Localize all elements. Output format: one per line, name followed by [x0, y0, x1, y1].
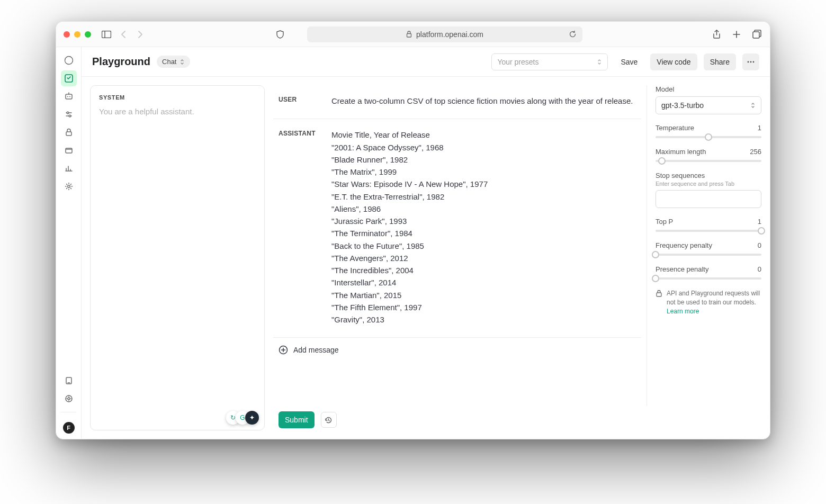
system-label: SYSTEM — [99, 94, 256, 101]
svg-point-17 — [748, 61, 749, 62]
chat-scroll[interactable]: USER Create a two-column CSV of top scie… — [273, 85, 647, 406]
svg-point-19 — [753, 61, 755, 62]
chevron-updown-icon — [179, 59, 185, 65]
presence-value: 0 — [758, 265, 761, 273]
temperature-slider[interactable] — [656, 136, 761, 138]
nav-forward-icon[interactable] — [134, 29, 146, 40]
slider-thumb[interactable] — [652, 251, 659, 258]
maxlen-slider[interactable] — [656, 160, 761, 162]
main-area: Playground Chat Your presets Save View c… — [82, 47, 770, 439]
slider-thumb[interactable] — [652, 275, 659, 282]
frequency-section: Frequency penalty 0 — [656, 241, 761, 256]
share-icon[interactable] — [711, 29, 722, 40]
app-body: F Playground Chat Your presets Save View… — [56, 47, 770, 439]
presence-section: Presence penalty 0 — [656, 265, 761, 280]
maxlen-value: 256 — [750, 148, 761, 156]
page-title: Playground — [92, 56, 150, 68]
frequency-value: 0 — [758, 241, 761, 249]
message-content[interactable]: Create a two-column CSV of top science f… — [331, 95, 636, 107]
topp-slider[interactable] — [656, 230, 761, 232]
system-input[interactable]: You are a helpful assistant. — [99, 107, 256, 116]
model-select[interactable]: gpt-3.5-turbo — [656, 96, 761, 114]
save-button[interactable]: Save — [614, 53, 644, 70]
nav-settings-icon[interactable] — [61, 178, 77, 194]
chevron-updown-icon — [597, 59, 602, 65]
message-role: ASSISTANT — [279, 129, 321, 326]
left-rail: F — [56, 47, 82, 439]
nav-help-icon[interactable] — [61, 391, 77, 407]
view-code-button[interactable]: View code — [650, 53, 697, 70]
stop-input[interactable] — [656, 190, 761, 208]
share-button[interactable]: Share — [704, 53, 736, 70]
reload-icon[interactable] — [567, 29, 578, 40]
nav-files-icon[interactable] — [61, 142, 77, 158]
topp-value: 1 — [758, 218, 761, 226]
more-button[interactable] — [742, 53, 759, 70]
stop-section: Stop sequences Enter sequence and press … — [656, 172, 761, 208]
lock-icon — [406, 31, 412, 38]
sidebar-toggle-icon[interactable] — [101, 29, 112, 40]
url-bar[interactable]: platform.openai.com — [307, 26, 582, 42]
temperature-section: Temperature 1 — [656, 124, 761, 138]
shield-icon[interactable] — [274, 29, 286, 40]
submit-row: Submit — [273, 406, 647, 430]
maxlen-label: Maximum length — [656, 148, 706, 156]
add-message-button[interactable]: Add message — [273, 338, 641, 362]
svg-point-16 — [68, 398, 70, 400]
presence-label: Presence penalty — [656, 265, 708, 273]
history-icon — [325, 416, 333, 424]
notice-text: API and Playground requests will not be … — [667, 290, 760, 306]
plus-circle-icon — [279, 345, 288, 355]
maximize-window-icon[interactable] — [85, 31, 91, 38]
dots-icon — [747, 61, 755, 63]
traffic-lights — [64, 31, 91, 38]
browser-chrome: platform.openai.com — [56, 22, 770, 47]
slider-thumb[interactable] — [658, 157, 666, 165]
nav-assistants-icon[interactable] — [61, 88, 77, 104]
add-message-label: Add message — [293, 346, 339, 354]
svg-rect-0 — [102, 31, 111, 38]
mode-selector[interactable]: Chat — [157, 56, 190, 68]
stop-hint: Enter sequence and press Tab — [656, 181, 761, 187]
nav-api-keys-icon[interactable] — [61, 124, 77, 140]
config-panel: Model gpt-3.5-turbo Temperature 1 — [656, 85, 761, 430]
nav-back-icon[interactable] — [118, 29, 129, 40]
message-role: USER — [279, 95, 321, 107]
chat-panel: USER Create a two-column CSV of top scie… — [273, 85, 647, 430]
nav-usage-icon[interactable] — [61, 160, 77, 176]
message-row: ASSISTANT Movie Title, Year of Release "… — [273, 119, 641, 338]
chevron-updown-icon — [750, 102, 756, 109]
svg-rect-2 — [407, 34, 411, 38]
frequency-label: Frequency penalty — [656, 241, 712, 249]
svg-rect-21 — [657, 293, 661, 296]
url-text: platform.openai.com — [416, 30, 483, 39]
frequency-slider[interactable] — [656, 254, 761, 256]
minimize-window-icon[interactable] — [74, 31, 80, 38]
new-tab-icon[interactable] — [731, 29, 742, 40]
presence-slider[interactable] — [656, 277, 761, 280]
preset-select[interactable]: Your presets — [491, 53, 608, 70]
mode-label: Chat — [162, 58, 176, 66]
tabs-overview-icon[interactable] — [751, 29, 762, 40]
nav-playground-icon[interactable] — [61, 70, 77, 86]
message-content[interactable]: Movie Title, Year of Release "2001: A Sp… — [331, 129, 636, 326]
badge-icon: ✦ — [245, 411, 259, 425]
svg-point-18 — [750, 61, 752, 62]
model-section: Model gpt-3.5-turbo — [656, 85, 761, 114]
svg-rect-11 — [66, 132, 71, 136]
workspace: SYSTEM You are a helpful assistant. ↻ G … — [82, 77, 770, 439]
history-button[interactable] — [321, 412, 337, 428]
svg-point-13 — [67, 185, 69, 187]
openai-logo-icon[interactable] — [61, 52, 77, 68]
submit-button[interactable]: Submit — [279, 411, 315, 428]
learn-more-link[interactable]: Learn more — [667, 308, 699, 315]
user-avatar[interactable]: F — [63, 422, 75, 434]
slider-thumb[interactable] — [758, 227, 765, 235]
close-window-icon[interactable] — [64, 31, 70, 38]
nav-docs-icon[interactable] — [61, 373, 77, 389]
svg-rect-6 — [66, 94, 72, 99]
nav-finetune-icon[interactable] — [61, 106, 77, 122]
slider-thumb[interactable] — [705, 133, 712, 141]
system-panel: SYSTEM You are a helpful assistant. ↻ G … — [90, 85, 265, 430]
stop-label: Stop sequences — [656, 172, 761, 179]
